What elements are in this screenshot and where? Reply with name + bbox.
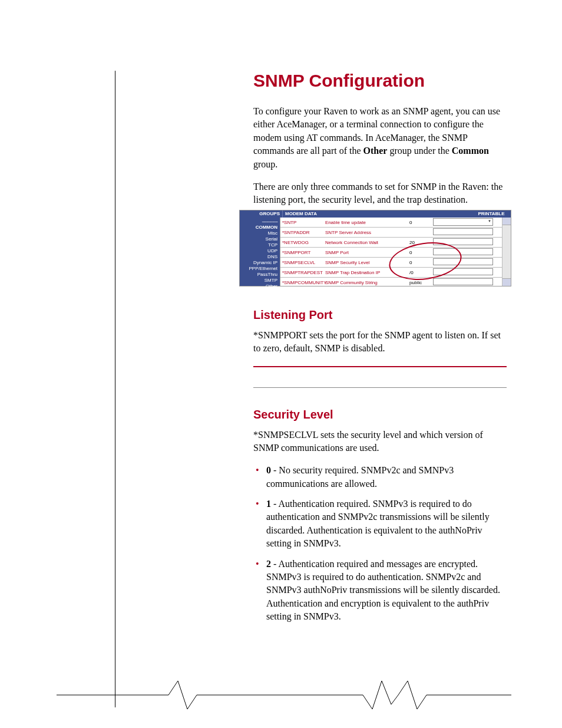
nav-item[interactable]: SMTP bbox=[242, 278, 277, 284]
figure-grid: *SNTPEnable time update0 *SNTPADDRSNTP S… bbox=[280, 218, 502, 286]
select-input[interactable] bbox=[433, 218, 493, 226]
text-input[interactable] bbox=[433, 248, 493, 255]
list-num: 0 bbox=[266, 465, 271, 475]
bold-other: Other bbox=[363, 146, 388, 156]
main-content: SNMP Configuration To configure your Rav… bbox=[253, 71, 507, 631]
security-level-paragraph: *SNMPSECLVL sets the security level and … bbox=[253, 429, 507, 455]
table-row: *SNMPPORTSNMP Port0 bbox=[280, 248, 502, 258]
table-row: *SNMPCOMMUNITYSNMP Community Stringpubli… bbox=[280, 278, 502, 287]
list-num: 1 bbox=[266, 499, 271, 509]
intro-paragraph-2: There are only three commands to set for… bbox=[253, 180, 507, 207]
nav-item[interactable]: Friends bbox=[242, 289, 277, 295]
table-row: *SNMPSECLVLSNMP Security Level0 bbox=[280, 258, 502, 268]
section-heading-security-level: Security Level bbox=[253, 408, 507, 421]
nav-item[interactable]: Dynamic IP bbox=[242, 260, 277, 266]
col-modem-data: MODEM DATA bbox=[283, 210, 472, 218]
nav-item[interactable]: Serial bbox=[242, 236, 277, 242]
divider-red bbox=[253, 366, 507, 367]
list-item: 2 - Authentication required and messages… bbox=[253, 558, 507, 624]
nav-item[interactable]: DNS bbox=[242, 254, 277, 260]
intro-paragraph-1: To configure your Raven to work as an SN… bbox=[253, 105, 507, 171]
page-title: SNMP Configuration bbox=[253, 71, 507, 91]
text: group under the bbox=[387, 146, 451, 156]
nav-item[interactable]: UDP bbox=[242, 248, 277, 254]
nav-item[interactable]: TCP bbox=[242, 242, 277, 248]
table-row: *SNTPEnable time update0 bbox=[280, 218, 502, 228]
nav-item[interactable]: Misc bbox=[242, 230, 277, 236]
text-input[interactable] bbox=[433, 268, 493, 275]
printable-view-link[interactable]: PRINTABLE VIEW bbox=[472, 210, 511, 218]
list-text: - Authentication required. SNMPv3 is req… bbox=[266, 499, 490, 548]
col-groups: GROUPS bbox=[240, 210, 283, 218]
text-input[interactable] bbox=[433, 278, 493, 285]
nav-common: COMMON bbox=[242, 225, 277, 230]
list-text: - Authentication required and messages a… bbox=[266, 559, 500, 622]
text-input[interactable] bbox=[433, 228, 493, 235]
table-row: *SNMPTRAPDESTSNMP Trap Destination IP/0 bbox=[280, 268, 502, 278]
list-num: 2 bbox=[266, 559, 271, 569]
text-input[interactable] bbox=[433, 238, 493, 245]
footer-waveform-icon bbox=[57, 676, 511, 714]
nav-item[interactable]: PPP/Ethernet bbox=[242, 266, 277, 272]
text: group. bbox=[253, 159, 277, 169]
table-row: *NETWDOGNetwork Connection Wait20 bbox=[280, 238, 502, 248]
figure-nav: ---------------- COMMON Misc Serial TCP … bbox=[240, 218, 280, 286]
figure-body: ---------------- COMMON Misc Serial TCP … bbox=[240, 218, 511, 286]
nav-item[interactable]: PassThru bbox=[242, 272, 277, 278]
list-item: 0 - No security required. SNMPv2c and SM… bbox=[253, 464, 507, 490]
listening-port-paragraph: *SNMPPORT sets the port for the SNMP age… bbox=[253, 329, 507, 355]
table-row: *SNTPADDRSNTP Server Address bbox=[280, 228, 502, 238]
security-level-list: 0 - No security required. SNMPv2c and SM… bbox=[253, 464, 507, 623]
figure-header: GROUPS MODEM DATA PRINTABLE VIEW bbox=[240, 210, 511, 218]
nav-divider: ---------------- bbox=[242, 219, 277, 225]
scrollbar[interactable] bbox=[502, 218, 511, 286]
divider-thin bbox=[253, 387, 507, 388]
list-item: 1 - Authentication required. SNMPv3 is r… bbox=[253, 498, 507, 551]
margin-rule bbox=[115, 71, 115, 707]
nav-item[interactable]: Other bbox=[242, 284, 277, 289]
list-text: - No security required. SNMPv2c and SMNP… bbox=[266, 465, 454, 488]
page: SNMP Configuration To configure your Rav… bbox=[0, 0, 562, 728]
bold-common: Common bbox=[452, 146, 489, 156]
section-heading-listening-port: Listening Port bbox=[253, 308, 507, 322]
text-input[interactable] bbox=[433, 258, 493, 265]
acemanager-screenshot: GROUPS MODEM DATA PRINTABLE VIEW -------… bbox=[239, 210, 511, 286]
